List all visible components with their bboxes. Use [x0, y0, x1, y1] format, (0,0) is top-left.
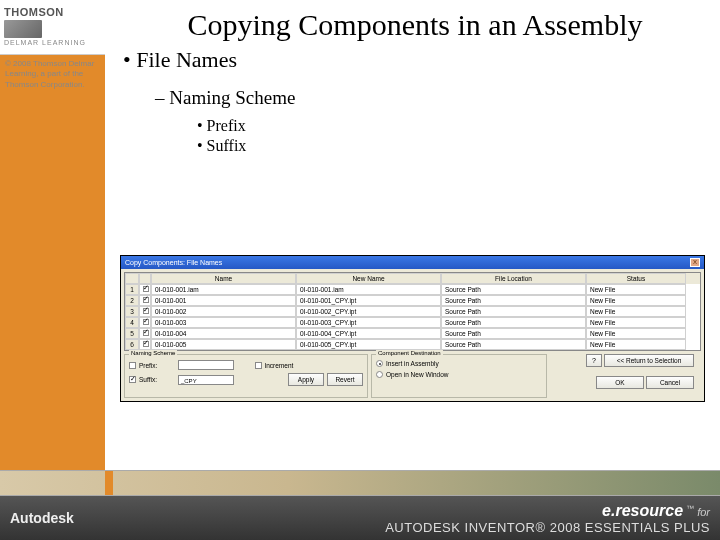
cell-name: 0I-010-002 [151, 306, 296, 317]
for-text: for [697, 506, 710, 518]
cell-location[interactable]: Source Path [441, 317, 586, 328]
prefix-input[interactable] [178, 360, 234, 370]
row-checkbox[interactable]: ✓ [139, 306, 151, 317]
cell-status: New File [586, 339, 686, 350]
row-checkbox[interactable]: ✓ [139, 295, 151, 306]
product-line: e.resource ™ for AUTODESK INVENTOR® 2008… [385, 502, 710, 535]
slide-title: Copying Components in an Assembly [115, 8, 715, 43]
row-checkbox[interactable]: ✓ [139, 339, 151, 350]
dialog-buttons: ? << Return to Selection OK Cancel [550, 354, 698, 398]
row-checkbox[interactable]: ✓ [139, 317, 151, 328]
col-location: File Location [441, 273, 586, 284]
bullet-level-3: Suffix [197, 137, 715, 155]
cell-status: New File [586, 295, 686, 306]
cell-newname[interactable]: 0I-010-005_CPY.ipt [296, 339, 441, 350]
publisher-logo: THOMSON DELMAR LEARNING [0, 0, 105, 55]
component-destination-panel: Component Destination Insert in Assembly… [371, 354, 547, 398]
table-row[interactable]: 5✓0I-010-0040I-010-004_CPY.iptSource Pat… [125, 328, 700, 339]
table-row[interactable]: 2✓0I-010-0010I-010-001_CPY.iptSource Pat… [125, 295, 700, 306]
cell-location[interactable]: Source Path [441, 339, 586, 350]
col-newname: New Name [296, 273, 441, 284]
cell-name: 0I-010-001.iam [151, 284, 296, 295]
bullet-level-2: Naming Scheme [155, 87, 715, 109]
naming-scheme-panel: Naming Scheme Prefix: Increment ✓ Suffix… [124, 354, 368, 398]
opt-insert-label: Insert in Assembly [386, 360, 439, 367]
slide-content: Copying Components in an Assembly File N… [115, 0, 715, 155]
cell-name: 0I-010-005 [151, 339, 296, 350]
increment-checkbox[interactable] [255, 362, 262, 369]
ok-button[interactable]: OK [596, 376, 644, 389]
row-number: 4 [125, 317, 139, 328]
logo-graphic [4, 20, 42, 38]
footer-stripe [0, 470, 720, 496]
product-name: AUTODESK INVENTOR® 2008 ESSENTIALS PLUS [385, 520, 710, 535]
col-status: Status [586, 273, 686, 284]
file-names-table: Name New Name File Location Status 1✓0I-… [124, 272, 701, 351]
suffix-label: Suffix: [139, 376, 157, 383]
slide-footer: Autodesk e.resource ™ for AUTODESK INVEN… [0, 470, 720, 540]
prefix-label: Prefix: [139, 362, 157, 369]
cell-newname[interactable]: 0I-010-004_CPY.ipt [296, 328, 441, 339]
return-button[interactable]: << Return to Selection [604, 354, 694, 367]
row-number: 3 [125, 306, 139, 317]
cell-newname[interactable]: 0I-010-003_CPY.ipt [296, 317, 441, 328]
close-icon[interactable]: X [690, 258, 700, 267]
cell-location[interactable]: Source Path [441, 295, 586, 306]
cell-location[interactable]: Source Path [441, 306, 586, 317]
panel-title: Component Destination [376, 350, 443, 356]
autodesk-logo: Autodesk [10, 510, 74, 526]
table-header: Name New Name File Location Status [125, 273, 700, 284]
row-checkbox[interactable]: ✓ [139, 284, 151, 295]
eresource-text: e.resource [602, 502, 683, 519]
table-row[interactable]: 3✓0I-010-0020I-010-002_CPY.iptSource Pat… [125, 306, 700, 317]
cell-newname[interactable]: 0I-010-002_CPY.ipt [296, 306, 441, 317]
copyright-text: © 2008 Thomson Delmar Learning, a part o… [0, 55, 105, 94]
dialog-titlebar: Copy Components: File Names X [121, 256, 704, 269]
revert-button[interactable]: Revert [327, 373, 363, 386]
brand-subtext: DELMAR LEARNING [4, 39, 101, 46]
cell-name: 0I-010-001 [151, 295, 296, 306]
copy-components-dialog: Copy Components: File Names X Name New N… [120, 255, 705, 402]
cell-newname[interactable]: 0I-010-001_CPY.ipt [296, 295, 441, 306]
cell-location[interactable]: Source Path [441, 328, 586, 339]
sidebar: THOMSON DELMAR LEARNING © 2008 Thomson D… [0, 0, 105, 470]
table-row[interactable]: 1✓0I-010-001.iam0I-010-001.iamSource Pat… [125, 284, 700, 295]
opt-open-label: Open in New Window [386, 371, 449, 378]
row-checkbox[interactable]: ✓ [139, 328, 151, 339]
col-name: Name [151, 273, 296, 284]
cell-location[interactable]: Source Path [441, 284, 586, 295]
row-number: 6 [125, 339, 139, 350]
table-row[interactable]: 6✓0I-010-0050I-010-005_CPY.iptSource Pat… [125, 339, 700, 350]
row-number: 2 [125, 295, 139, 306]
brand-text: THOMSON [4, 6, 101, 18]
insert-in-assembly-radio[interactable] [376, 360, 383, 367]
help-icon[interactable]: ? [586, 354, 602, 367]
open-new-window-radio[interactable] [376, 371, 383, 378]
cell-status: New File [586, 317, 686, 328]
cell-name: 0I-010-003 [151, 317, 296, 328]
bullet-level-3: Prefix [197, 117, 715, 135]
cell-newname[interactable]: 0I-010-001.iam [296, 284, 441, 295]
cell-status: New File [586, 284, 686, 295]
row-number: 5 [125, 328, 139, 339]
cancel-button[interactable]: Cancel [646, 376, 694, 389]
apply-button[interactable]: Apply [288, 373, 324, 386]
dialog-title: Copy Components: File Names [125, 259, 222, 266]
increment-label: Increment [264, 362, 293, 369]
suffix-checkbox[interactable]: ✓ [129, 376, 136, 383]
footer-bar: Autodesk e.resource ™ for AUTODESK INVEN… [0, 496, 720, 540]
panel-title: Naming Scheme [129, 350, 177, 356]
table-row[interactable]: 4✓0I-010-0030I-010-003_CPY.iptSource Pat… [125, 317, 700, 328]
cell-name: 0I-010-004 [151, 328, 296, 339]
bullet-level-1: File Names [123, 47, 715, 73]
prefix-checkbox[interactable] [129, 362, 136, 369]
suffix-input[interactable]: _CPY [178, 375, 234, 385]
row-number: 1 [125, 284, 139, 295]
cell-status: New File [586, 306, 686, 317]
cell-status: New File [586, 328, 686, 339]
